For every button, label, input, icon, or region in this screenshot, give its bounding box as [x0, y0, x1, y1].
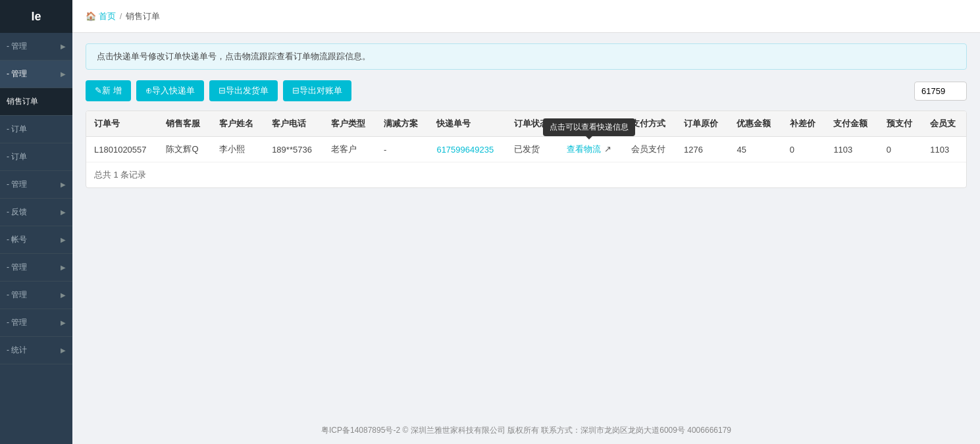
export-account-button[interactable]: ⊟导出对账单: [283, 80, 351, 101]
cell-payment-method: 会员支付: [623, 137, 676, 162]
sidebar-item-3[interactable]: 销售订单: [0, 88, 72, 116]
new-button[interactable]: ✎新 增: [86, 80, 131, 101]
cell-sales-service: 陈文辉Q: [158, 137, 211, 162]
sidebar: Ie - 管理 ▶ - 管理 ▶ 销售订单 - 订单 - 订单 - 管理 ▶ -…: [0, 0, 72, 444]
sidebar-item-label: 销售订单: [7, 96, 38, 107]
orders-table-wrap: 订单号 销售客服 客户姓名 客户电话 客户类型 满减方案 快递单号 订单状态 物…: [86, 111, 967, 188]
record-count: 总共 1 条记录: [86, 162, 966, 187]
chevron-right-icon: ▶: [61, 181, 66, 188]
home-link[interactable]: 🏠 首页: [86, 11, 116, 22]
col-discount-plan: 满减方案: [376, 111, 428, 137]
orders-table: 订单号 销售客服 客户姓名 客户电话 客户类型 满减方案 快递单号 订单状态 物…: [86, 111, 966, 162]
chevron-right-icon: ▶: [61, 209, 66, 216]
sidebar-item-label: - 管理: [7, 41, 27, 52]
cell-customer-type: 老客户: [323, 137, 376, 162]
info-banner-text: 点击快递单号修改订单快递单号，点击物流跟踪查看订单物流跟踪信息。: [97, 51, 371, 61]
express-no-link[interactable]: 617599649235: [436, 145, 494, 155]
sidebar-item-5[interactable]: - 订单: [0, 143, 72, 171]
cell-pay-amount: 1103: [825, 137, 878, 162]
col-phone: 客户电话: [264, 111, 323, 137]
cell-express-no[interactable]: 617599649235: [428, 137, 505, 162]
main-content: 🏠 首页 / 销售订单 点击快递单号修改订单快递单号，点击物流跟踪查看订单物流跟…: [72, 0, 980, 444]
cursor-indicator: ↗: [604, 144, 611, 154]
chevron-right-icon: ▶: [61, 319, 66, 326]
cell-phone: 189**5736: [264, 137, 323, 162]
sidebar-item-label: - 管理: [7, 289, 27, 301]
cell-logistics[interactable]: 点击可以查看快递信息 查看物流 ↗: [559, 137, 623, 162]
col-order-no: 订单号: [86, 111, 158, 137]
sidebar-item-4[interactable]: - 订单: [0, 116, 72, 143]
chevron-right-icon: ▶: [61, 264, 66, 271]
sidebar-item-1[interactable]: - 管理 ▶: [0, 33, 72, 61]
import-express-button[interactable]: ⊕导入快递单: [136, 80, 204, 101]
cell-order-status: 已发货: [506, 137, 559, 162]
info-banner: 点击快递单号修改订单快递单号，点击物流跟踪查看订单物流跟踪信息。: [86, 43, 967, 70]
sidebar-item-label: - 订单: [7, 151, 27, 162]
sidebar-item-12[interactable]: - 统计 ▶: [0, 337, 72, 364]
col-customer-name: 客户姓名: [211, 111, 264, 137]
sidebar-item-10[interactable]: - 管理 ▶: [0, 282, 72, 309]
sidebar-item-label: - 订单: [7, 124, 27, 135]
table-header-row: 订单号 销售客服 客户姓名 客户电话 客户类型 满减方案 快递单号 订单状态 物…: [86, 111, 966, 137]
cell-prepay: 0: [879, 137, 923, 162]
topbar: 🏠 首页 / 销售订单: [72, 0, 980, 33]
col-price-diff: 补差价: [782, 111, 826, 137]
chevron-right-icon: ▶: [61, 70, 66, 78]
toolbar: ✎新 增 ⊕导入快递单 ⊟导出发货单 ⊟导出对账单: [86, 80, 967, 101]
breadcrumb-separator: /: [120, 11, 122, 21]
col-sales-service: 销售客服: [158, 111, 211, 137]
chevron-right-icon: ▶: [61, 236, 66, 243]
chevron-right-icon: ▶: [61, 43, 66, 50]
sidebar-item-label: - 管理: [7, 317, 27, 328]
cell-discount-amount: 45: [729, 137, 781, 162]
col-original-price: 订单原价: [676, 111, 729, 137]
cell-original-price: 1276: [676, 137, 729, 162]
content-area: 点击快递单号修改订单快递单号，点击物流跟踪查看订单物流跟踪信息。 ✎新 增 ⊕导…: [72, 33, 980, 417]
sidebar-item-label: - 管理: [7, 68, 27, 80]
footer-text: 粤ICP备14087895号-2 © 深圳兰雅世家科技有限公司 版权所有 联系方…: [321, 426, 731, 435]
sidebar-item-label: - 反馈: [7, 207, 27, 218]
sidebar-item-2[interactable]: - 管理 ▶: [0, 61, 72, 88]
export-shipment-button[interactable]: ⊟导出发货单: [209, 80, 278, 101]
breadcrumb-current: 销售订单: [126, 11, 160, 22]
table-row: L1801020557 陈文辉Q 李小熙 189**5736 老客户 - 617…: [86, 137, 966, 162]
footer: 粤ICP备14087895号-2 © 深圳兰雅世家科技有限公司 版权所有 联系方…: [72, 417, 980, 444]
cell-discount-plan: -: [376, 137, 428, 162]
cell-member-pay: 1103: [922, 137, 966, 162]
logistics-link[interactable]: 查看物流: [567, 144, 601, 154]
sidebar-item-11[interactable]: - 管理 ▶: [0, 309, 72, 337]
sidebar-logo: Ie: [0, 0, 72, 33]
col-member-pay: 会员支: [922, 111, 966, 137]
sidebar-item-6[interactable]: - 管理 ▶: [0, 171, 72, 199]
sidebar-item-label: - 统计: [7, 345, 27, 356]
cell-price-diff: 0: [782, 137, 826, 162]
chevron-right-icon: ▶: [61, 291, 66, 299]
sidebar-item-label: - 管理: [7, 262, 27, 273]
tooltip-text: 点击可以查看快递信息: [550, 122, 629, 132]
col-pay-amount: 支付金额: [825, 111, 878, 137]
search-input[interactable]: [914, 82, 967, 101]
tooltip-box: 点击可以查看快递信息: [543, 118, 635, 136]
cell-customer-name: 李小熙: [211, 137, 264, 162]
sidebar-item-8[interactable]: - 帐号 ▶: [0, 226, 72, 254]
col-discount-amount: 优惠金额: [729, 111, 781, 137]
logistics-tooltip-wrapper: 点击可以查看快递信息 查看物流 ↗: [567, 143, 612, 155]
sidebar-item-label: - 管理: [7, 179, 27, 190]
sidebar-item-9[interactable]: - 管理 ▶: [0, 254, 72, 282]
col-express-no: 快递单号: [428, 111, 505, 137]
sidebar-item-label: - 帐号: [7, 234, 27, 245]
cell-order-no: L1801020557: [86, 137, 158, 162]
sidebar-item-7[interactable]: - 反馈 ▶: [0, 199, 72, 226]
chevron-right-icon: ▶: [61, 347, 66, 354]
col-customer-type: 客户类型: [323, 111, 376, 137]
col-prepay: 预支付: [879, 111, 923, 137]
